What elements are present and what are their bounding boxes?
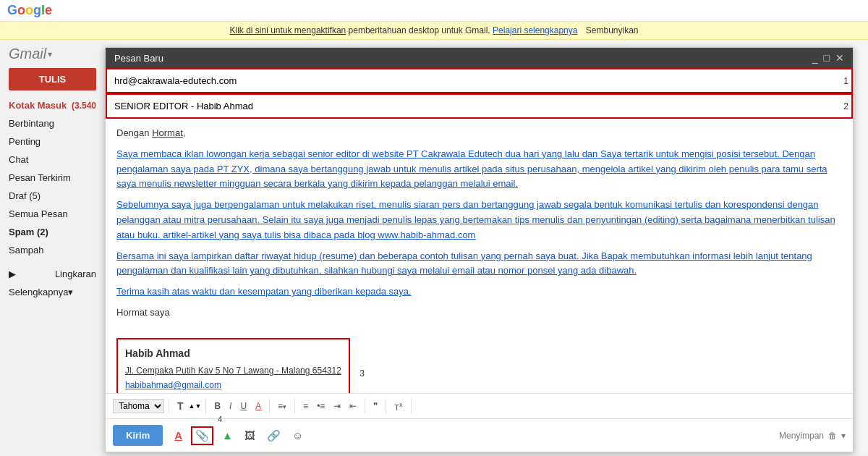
text-color-button[interactable]: A [252,399,265,413]
sidebar: Gmail ▾ TULIS Kotak Masuk (3.540 Berbint… [0,40,105,452]
notification-click[interactable]: Klik di sini untuk mengaktifkan [229,25,346,35]
clear-format-button[interactable]: Tx [391,399,406,414]
field-num-3: 3 [359,367,365,381]
signature-email-link[interactable]: habibahmad@gmail.com [125,380,221,390]
italic-button[interactable]: I [226,399,235,413]
font-color-icon[interactable]: A [171,428,185,443]
notification-text: Klik di sini untuk mengaktifkan pemberit… [229,25,638,35]
compose-body[interactable]: Dengan Hormat, Saya membaca iklan lowong… [106,119,853,393]
greeting: Dengan Hormat, [116,126,842,141]
list-group: ≡ •≡ ⇥ ⇤ [299,399,365,413]
underline-button[interactable]: U [237,399,250,413]
ul-button[interactable]: •≡ [313,399,328,413]
font-size-button[interactable]: T [174,398,187,414]
link-icon[interactable]: 🔗 [264,428,284,444]
sidebar-item-chat[interactable]: Chat [0,151,105,169]
indent-button[interactable]: ⇥ [330,399,344,413]
align-button[interactable]: ≡▾ [274,399,290,413]
body-para-2: Sebelumnya saya juga berpengalaman untuk… [116,198,842,242]
sidebar-item-all[interactable]: Semua Pesan [0,205,105,223]
outdent-button[interactable]: ⇤ [346,399,360,413]
signature-name: Habib Ahmad [125,345,341,361]
compose-header[interactable]: Pesan Baru _ □ ✕ [106,48,853,68]
font-size-arrow: ▲▼ [189,402,202,410]
more-options-chevron[interactable]: ▾ [841,431,846,441]
body-para-4: Terima kasih atas waktu dan kesempatan y… [116,284,842,300]
photo-icon[interactable]: 🖼 [242,428,258,443]
important-label: Penting [9,136,41,147]
field-num-4: 4 [218,415,222,423]
spam-label: Spam (2) [9,227,48,237]
all-label: Semua Pesan [9,208,68,219]
content-area: Pesan Baru _ □ ✕ 1 2 [105,40,868,452]
to-input[interactable] [114,74,844,88]
circles-label: Lingkaran [55,269,96,279]
more-label: Selengkapnya▾ [9,287,73,297]
align-group: ≡▾ [274,399,295,413]
send-row: Kirim A 📎 4 ▲ 🖼 🔗 ☺ Menyimpan 🗑 ▾ [106,418,853,452]
sidebar-item-sent[interactable]: Pesan Terkirim [0,169,105,187]
notification-middle: pemberitahuan desktop untuk Gmail. [349,25,493,35]
body-para-1: Saya membaca iklan lowongan kerja sebaga… [116,147,842,192]
emoji-icon[interactable]: ☺ [289,428,306,443]
signature-box: Habib Ahmad Jl. Cempaka Putih Kav 5 No 7… [116,338,350,393]
font-group: Tahoma [113,399,169,413]
trash-label: Sampah [9,245,43,256]
minimize-icon[interactable]: _ [812,52,818,64]
compose-modal: Pesan Baru _ □ ✕ 1 2 [105,47,854,452]
bold-button[interactable]: B [210,399,224,413]
save-area: Menyimpan 🗑 ▾ [779,431,846,441]
send-button[interactable]: Kirim [113,425,163,446]
subject-input[interactable] [114,99,844,113]
sidebar-item-important[interactable]: Penting [0,132,105,151]
field-num-1: 1 [843,76,848,86]
starred-label: Berbintang [9,118,54,129]
notification-bar: Klik di sini untuk mengaktifkan pemberit… [0,22,868,40]
sidebar-item-trash[interactable]: Sampah [0,241,105,259]
sent-label: Pesan Terkirim [9,172,71,183]
google-logo: Google [7,3,52,18]
sidebar-item-spam[interactable]: Spam (2) [0,223,105,241]
gmail-logo: Gmail ▾ [0,46,105,68]
body-closing: Hormat saya [116,305,842,321]
compose-button[interactable]: TULIS [9,68,96,90]
chat-label: Chat [9,154,28,165]
hide-link[interactable]: Sembunyikan [586,25,639,35]
signature-address: Jl. Cempaka Putih Kav 5 No 7 Lawang - Ma… [125,364,341,378]
sidebar-item-inbox[interactable]: Kotak Masuk (3.540 [0,96,105,114]
blog-link[interactable]: www.habib-ahmad.com [378,229,475,240]
maximize-icon[interactable]: □ [824,52,830,64]
subject-field-container [106,93,853,119]
circles-expand-icon: ▶ [9,269,16,279]
main-layout: Gmail ▾ TULIS Kotak Masuk (3.540 Berbint… [0,40,868,452]
drive-icon[interactable]: ▲ [219,428,236,443]
close-icon[interactable]: ✕ [835,52,844,64]
body-para-3: Bersama ini saya lampirkan daftar riwaya… [116,249,842,279]
field-num-2: 2 [843,101,848,111]
sidebar-item-starred[interactable]: Berbintang [0,114,105,132]
clear-format-group: Tx [391,399,411,414]
attachment-icon[interactable]: 📎 4 [191,426,213,445]
sidebar-item-more[interactable]: Selengkapnya▾ [0,283,105,301]
font-select[interactable]: Tahoma [113,399,164,413]
delete-draft-icon[interactable]: 🗑 [828,431,837,441]
to-field-container [106,68,853,93]
drafts-label: Draf (5) [9,190,41,201]
learn-more-link[interactable]: Pelajari selengkapnya [493,25,577,35]
compose-title: Pesan Baru [114,53,163,64]
inbox-label: Kotak Masuk [9,100,67,111]
inbox-count: (3.540 [72,101,96,111]
send-row-icons: A 📎 4 ▲ 🖼 🔗 ☺ [171,426,306,445]
ol-button[interactable]: ≡ [299,399,312,413]
font-size-group: T ▲▼ [174,398,206,414]
quote-group: ❞ [370,399,386,413]
compose-header-icons: _ □ ✕ [812,52,844,64]
quote-button[interactable]: ❞ [370,399,381,413]
sidebar-item-drafts[interactable]: Draf (5) [0,187,105,205]
format-group: B I U A [210,399,270,413]
google-header: Google [0,0,868,22]
sidebar-item-circles[interactable]: ▶ Lingkaran [0,265,105,283]
save-label: Menyimpan [779,431,824,441]
